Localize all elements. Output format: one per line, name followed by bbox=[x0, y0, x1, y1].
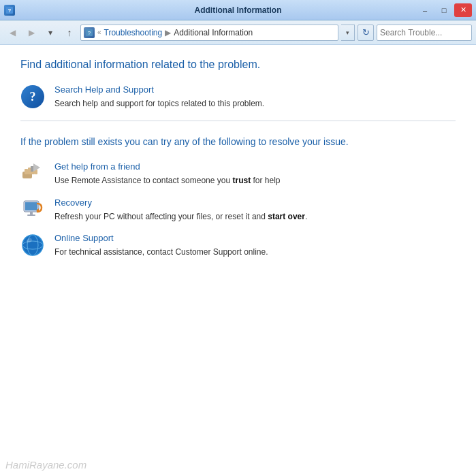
online-icon bbox=[20, 233, 45, 257]
breadcrumb-separator1: « bbox=[97, 29, 101, 36]
back-icon: ◀ bbox=[10, 28, 16, 37]
search-help-text: Search Help and Support Search help and … bbox=[54, 84, 264, 110]
friend-item: Get help from a friend Use Remote Assist… bbox=[20, 161, 456, 187]
online-support-text: Online Support For technical assistance,… bbox=[54, 233, 268, 258]
online-link[interactable]: Online Support bbox=[54, 233, 268, 243]
recovery-desc-after: . bbox=[305, 212, 307, 221]
second-heading: If the problem still exists you can try … bbox=[20, 135, 456, 149]
search-help-item: ? Search Help and Support Search help an… bbox=[20, 84, 456, 110]
search-help-desc: Search help and support for topics relat… bbox=[54, 99, 264, 108]
friend-icon bbox=[20, 161, 45, 186]
search-help-link[interactable]: Search Help and Support bbox=[54, 84, 264, 95]
online-support-item: Online Support For technical assistance,… bbox=[20, 233, 456, 258]
forward-button[interactable]: ▶ bbox=[23, 25, 39, 41]
dropdown-arrow-icon: ▾ bbox=[48, 28, 52, 37]
content-area: Find additional information related to t… bbox=[0, 45, 476, 476]
svg-rect-5 bbox=[25, 169, 28, 174]
back-button[interactable]: ◀ bbox=[4, 25, 20, 41]
friend-desc-after: for help bbox=[251, 176, 280, 185]
friend-text: Get help from a friend Use Remote Assist… bbox=[54, 161, 281, 187]
section-divider bbox=[20, 121, 456, 121]
close-button[interactable]: ✕ bbox=[454, 3, 472, 17]
maximize-button[interactable]: □ bbox=[435, 3, 453, 17]
window-controls: – □ ✕ bbox=[416, 3, 472, 17]
recovery-link[interactable]: Recovery bbox=[54, 197, 307, 208]
breadcrumb-icon: ? bbox=[84, 27, 95, 38]
svg-rect-10 bbox=[31, 166, 33, 172]
window-title: Additional Information bbox=[195, 5, 282, 15]
online-desc: For technical assistance, contact Custom… bbox=[54, 247, 268, 257]
title-bar-left: ? bbox=[4, 5, 15, 16]
breadcrumb-dropdown-button[interactable]: ▾ bbox=[341, 25, 355, 41]
friend-desc-before: Use Remote Assistance to contact someone… bbox=[54, 176, 232, 185]
breadcrumb-bar: ? « Troubleshooting ▶ Additional Informa… bbox=[80, 25, 338, 41]
trust-word: trust bbox=[232, 176, 251, 185]
start-word: start over bbox=[268, 212, 305, 221]
recovery-text: Recovery Refresh your PC without affecti… bbox=[54, 197, 307, 223]
svg-text:?: ? bbox=[88, 30, 91, 36]
recovery-desc-before: Refresh your PC without affecting your f… bbox=[54, 212, 268, 221]
navigation-bar: ◀ ▶ ▾ ↑ ? « Troubleshooting ▶ Additional… bbox=[0, 20, 476, 45]
up-button[interactable]: ↑ bbox=[61, 25, 78, 41]
breadcrumb-separator2: ▶ bbox=[165, 28, 171, 37]
recovery-icon bbox=[20, 197, 45, 222]
forward-icon: ▶ bbox=[29, 28, 35, 37]
recovery-item: Recovery Refresh your PC without affecti… bbox=[20, 197, 456, 223]
main-heading: Find additional information related to t… bbox=[20, 59, 456, 71]
friend-link[interactable]: Get help from a friend bbox=[54, 161, 281, 172]
app-icon: ? bbox=[4, 5, 15, 16]
help-icon: ? bbox=[20, 84, 45, 109]
watermark: HamiRayane.com bbox=[5, 459, 86, 471]
up-arrow-icon: ↑ bbox=[67, 27, 72, 38]
dropdown-button[interactable]: ▾ bbox=[42, 25, 59, 41]
title-bar: ? Additional Information – □ ✕ bbox=[0, 0, 476, 20]
search-input[interactable] bbox=[380, 28, 476, 37]
refresh-button[interactable]: ↻ bbox=[358, 25, 374, 41]
breadcrumb-dropdown-icon: ▾ bbox=[346, 29, 349, 36]
friend-desc: Use Remote Assistance to contact someone… bbox=[54, 176, 281, 185]
svg-rect-12 bbox=[25, 202, 37, 210]
breadcrumb-current: Additional Information bbox=[174, 28, 253, 37]
recovery-desc: Refresh your PC without affecting your f… bbox=[54, 212, 307, 221]
svg-rect-14 bbox=[27, 215, 35, 216]
question-mark-icon: ? bbox=[21, 85, 44, 108]
svg-rect-13 bbox=[30, 212, 33, 215]
refresh-icon: ↻ bbox=[362, 27, 370, 37]
breadcrumb-troubleshooting[interactable]: Troubleshooting bbox=[104, 28, 163, 37]
svg-text:?: ? bbox=[8, 7, 12, 14]
search-box[interactable]: 🔍 bbox=[377, 25, 472, 41]
minimize-button[interactable]: – bbox=[416, 3, 434, 17]
